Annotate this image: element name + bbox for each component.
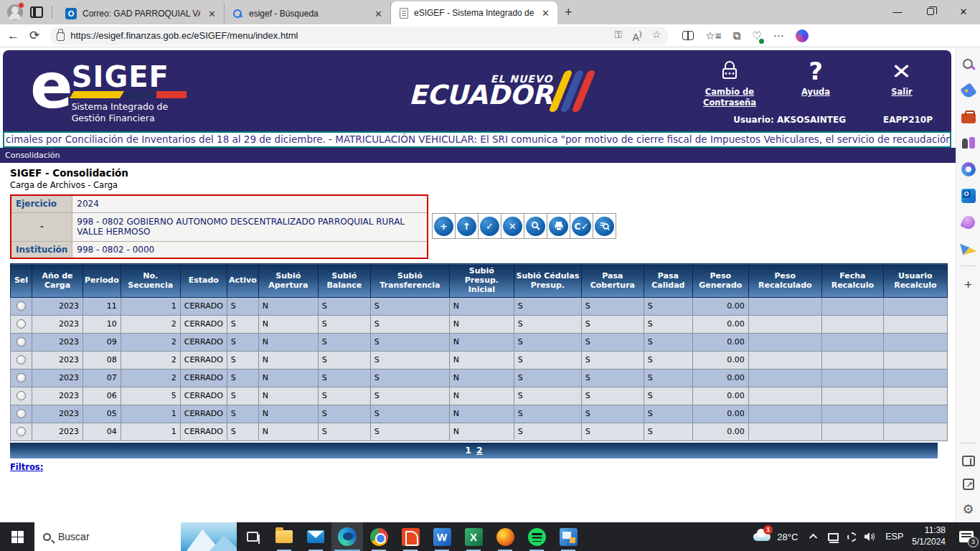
browser-tab-correo[interactable]: Correo: GAD PARROQUIAL VALLE ✕ [58,3,225,24]
screen-record-button[interactable] [842,522,861,551]
sidebar-shopping-icon[interactable] [960,83,977,100]
window-restore-button[interactable] [914,0,947,23]
table-row: 2023092CERRADOSNSSNSSS0.00 [11,333,948,351]
chrome-button[interactable] [363,522,395,551]
entidad-value: 998 - 0802 GOBIERNO AUTONOMO DESCENTRALI… [72,212,428,241]
address-bar[interactable]: https://esigef.finanzas.gob.ec/eSIGEF/me… [50,27,668,45]
new-tab-button[interactable]: + [557,5,580,20]
back-icon[interactable]: ← [7,29,19,43]
table-cell: 2 [121,351,180,369]
url-text[interactable]: https://esigef.finanzas.gob.ec/eSIGEF/me… [70,30,609,41]
table-cell: S [514,369,581,387]
row-select-radio[interactable] [17,301,26,311]
row-select-radio[interactable] [17,319,26,329]
bluebeam-button[interactable] [552,522,584,551]
preview-file-button[interactable] [524,213,547,239]
sidebar-add-icon[interactable]: + [961,278,976,293]
workspaces-icon[interactable] [30,6,43,18]
split-screen-icon[interactable] [682,31,694,40]
weather-cloud-button[interactable]: 1 [750,522,774,551]
sidebar-drop-icon[interactable] [960,214,976,230]
sidebar-games-icon[interactable] [961,136,976,150]
table-cell: 2023 [32,351,83,369]
sidebar-search-icon[interactable] [961,57,976,72]
window-close-button[interactable]: ✕ [947,0,980,23]
search-highlight-image[interactable] [181,522,237,551]
row-select-radio[interactable] [17,337,26,347]
language-indicator[interactable]: ESP [880,532,909,542]
browser-essentials-icon[interactable]: ♡ [752,29,761,42]
upload-file-button[interactable]: ↑ [455,213,479,239]
exit-button[interactable]: ✕ Salir [871,57,933,97]
browser-tab-esigef-active[interactable]: eSIGEF - Sistema Integrado de G ✕ [391,1,557,24]
collections-icon[interactable]: ⧉ [732,29,740,42]
favorite-star-icon[interactable]: ☆ [652,29,661,43]
browser-profile-avatar[interactable] [7,4,23,20]
carga-table: SelAño de CargaPeriodoNo. SecuenciaEstad… [10,263,948,441]
row-select-radio[interactable] [17,373,26,382]
word-button[interactable]: W [426,522,458,551]
browser-tab-busqueda[interactable]: esigef - Búsqueda ✕ [225,3,391,24]
table-cell: 0.00 [692,333,748,351]
sidebar-tools-icon[interactable] [961,113,976,123]
excel-button[interactable]: X [458,522,489,551]
password-key-icon[interactable]: ⚿ [615,29,623,43]
filters-link[interactable]: Filtros: [10,462,43,472]
page-title: SIGEF - Consolidación [10,167,956,179]
spotify-button[interactable] [521,522,552,551]
edge-button[interactable] [331,522,363,551]
tab-close-icon[interactable]: ✕ [372,9,385,19]
validate-file-button[interactable]: ✓ [478,213,501,239]
clock[interactable]: 11:38 5/1/2024 [909,525,953,547]
tab-close-icon[interactable]: ✕ [206,9,218,19]
table-cell: CERRADO [180,423,227,441]
sidebar-microsoft365-icon[interactable] [961,162,976,176]
change-password-button[interactable]: Cambio de Contraseña [699,57,760,108]
mail-button[interactable] [300,522,331,551]
table-cell: 2023 [32,369,83,387]
taskbar-search-box[interactable]: Buscar [34,522,237,551]
edge-icon [338,527,357,546]
table-cell [883,333,947,351]
temperature-label[interactable]: 28°C [774,532,805,542]
sidebar-open-external-icon[interactable] [963,479,974,490]
page-number-link-2[interactable]: 2 [476,445,483,456]
more-menu-icon[interactable]: ⋯ [773,29,784,42]
print-button[interactable] [547,213,570,239]
sidebar-designer-icon[interactable] [960,240,976,255]
copilot-icon[interactable] [796,29,809,42]
table-cell [748,333,821,351]
tab-close-icon[interactable]: ✕ [540,8,552,19]
firefox-button[interactable] [489,522,521,551]
notification-center-button[interactable]: 3 [953,522,980,551]
help-button[interactable]: ? Ayuda [785,57,847,97]
delete-file-button[interactable]: ✕ [501,213,524,239]
tab-title: esigef - Búsqueda [249,9,367,19]
approve-button[interactable]: C✓ [570,213,593,239]
row-select-radio[interactable] [17,355,26,364]
new-record-button[interactable]: + [432,213,456,239]
file-explorer-button[interactable] [268,522,300,551]
tray-expand-button[interactable] [805,522,824,551]
window-minimize-button[interactable]: — [881,0,914,23]
search-records-button[interactable] [593,213,616,239]
table-row: 2023051CERRADOSNSSNSSS0.00 [11,405,948,423]
network-button[interactable] [824,522,842,551]
record-icon [847,532,857,542]
task-view-button[interactable] [237,522,268,551]
read-aloud-icon[interactable]: A) [632,29,641,43]
start-button[interactable] [0,522,34,551]
table-cell: S [227,405,258,423]
table-cell [748,297,821,315]
volume-button[interactable] [861,522,880,551]
row-select-radio[interactable] [17,409,26,418]
row-select-radio[interactable] [17,391,26,400]
pdf-app-button[interactable] [395,522,426,551]
sidebar-panel-icon[interactable] [962,456,975,466]
sidebar-outlook-icon[interactable] [961,189,976,203]
table-cell [883,369,947,387]
favorites-bar-icon[interactable]: ☆≡ [705,29,721,42]
row-select-radio[interactable] [17,427,26,436]
sidebar-settings-gear-icon[interactable]: ⚙ [961,502,976,517]
refresh-icon[interactable]: ⟳ [29,28,39,43]
